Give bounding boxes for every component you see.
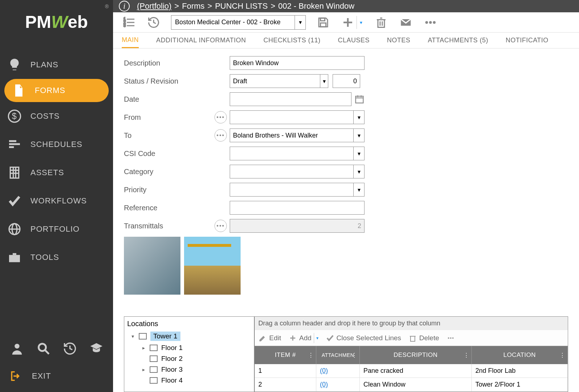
check-icon [7, 194, 22, 208]
more-icon[interactable] [423, 15, 438, 30]
svg-point-36 [433, 21, 436, 24]
from-options-button[interactable]: ••• [214, 111, 227, 123]
more-button[interactable] [446, 334, 455, 342]
column-menu-icon[interactable]: ⋮ [308, 352, 314, 359]
user-icon[interactable] [10, 341, 24, 356]
add-icon[interactable] [341, 15, 355, 30]
table-row[interactable]: 2 (0) Clean Window Tower 2/Floor 1 [255, 378, 568, 392]
delete-icon[interactable] [374, 15, 388, 30]
tab-clauses[interactable]: CLAUSES [338, 33, 370, 48]
category-input[interactable] [230, 165, 353, 178]
close-lines-button[interactable]: Close Selected Lines [326, 334, 401, 342]
priority-select[interactable] [230, 183, 365, 197]
exit-button[interactable]: EXIT [0, 363, 113, 392]
column-item[interactable]: ITEM #⋮ [255, 346, 316, 364]
expand-icon[interactable]: ▸ [142, 367, 147, 372]
chevron-down-icon[interactable] [353, 165, 364, 178]
tab-notifications[interactable]: NOTIFICATIO [505, 33, 548, 48]
expand-icon[interactable]: ▸ [142, 345, 147, 351]
delete-button[interactable]: Delete [408, 334, 439, 342]
attachment-link[interactable]: (0) [320, 367, 328, 375]
to-select[interactable] [230, 128, 365, 142]
chevron-down-icon[interactable] [320, 75, 328, 88]
from-select[interactable] [230, 110, 365, 124]
chevron-down-icon[interactable] [316, 336, 318, 341]
sidebar-item-forms[interactable]: FORMS [4, 79, 109, 102]
save-icon[interactable] [316, 15, 330, 30]
chevron-down-icon[interactable] [353, 129, 364, 142]
logo-eb: eb [68, 12, 88, 31]
svg-point-35 [429, 21, 432, 24]
chevron-down-icon[interactable] [358, 20, 364, 25]
priority-input[interactable] [230, 183, 353, 196]
column-description[interactable]: DESCRIPTION⋮ [360, 346, 472, 364]
sidebar-bottom-icons [0, 334, 113, 363]
description-input[interactable] [230, 56, 365, 70]
sidebar-item-assets[interactable]: ASSETS [0, 159, 113, 187]
edit-button[interactable]: Edit [258, 334, 281, 342]
add-button[interactable]: Add [288, 334, 312, 342]
tree-node-floor3[interactable]: ▸ Floor 3 [138, 364, 251, 375]
chevron-down-icon[interactable] [353, 183, 364, 196]
sidebar-item-schedules[interactable]: SCHEDULES [0, 130, 113, 159]
transmittals-options-button[interactable]: ••• [214, 220, 227, 232]
history-icon[interactable] [146, 15, 161, 30]
sidebar-item-workflows[interactable]: WORKFLOWS [0, 187, 113, 215]
group-by-bar[interactable]: Drag a column header and drop it here to… [255, 317, 568, 330]
revision-input[interactable] [333, 74, 360, 88]
tree-node-floor1[interactable]: ▸ Floor 1 [138, 342, 251, 353]
button-label: Add [299, 334, 312, 342]
chevron-down-icon[interactable] [353, 111, 364, 124]
status-select[interactable] [230, 74, 328, 88]
csi-input[interactable] [230, 147, 353, 160]
svg-point-45 [448, 337, 449, 339]
csi-select[interactable] [230, 147, 365, 160]
button-label: Edit [269, 334, 281, 342]
thumbnail-hvac[interactable] [124, 237, 180, 295]
column-menu-icon[interactable]: ⋮ [463, 352, 470, 359]
chevron-down-icon[interactable] [295, 16, 305, 29]
column-location[interactable]: LOCATION⋮ [472, 346, 568, 364]
record-selector-input[interactable] [171, 16, 295, 29]
date-input[interactable] [230, 92, 351, 106]
svg-rect-28 [378, 20, 384, 27]
tab-additional-info[interactable]: ADDITIONAL INFORMATION [156, 33, 246, 48]
tab-checklists[interactable]: CHECKLISTS (11) [263, 33, 321, 48]
collapse-icon[interactable]: ▾ [132, 333, 137, 339]
record-selector[interactable] [171, 15, 306, 30]
column-menu-icon[interactable]: ⋮ [559, 352, 566, 359]
reference-input[interactable] [230, 201, 365, 215]
thumbnail-crane[interactable] [184, 237, 241, 295]
tree-node-floor4[interactable]: Floor 4 [138, 375, 251, 386]
tab-notes[interactable]: NOTES [387, 33, 411, 48]
history-icon[interactable] [63, 341, 77, 356]
tab-main[interactable]: MAIN [122, 33, 139, 48]
to-options-button[interactable]: ••• [214, 129, 227, 142]
add-split-button[interactable] [341, 15, 364, 30]
sidebar-item-plans[interactable]: PLANS [0, 51, 113, 79]
add-split-button[interactable]: Add [288, 333, 318, 343]
list-view-icon[interactable]: 123 [122, 15, 136, 30]
column-attachments[interactable]: ATTACHMEN⋮ [316, 346, 360, 364]
tree-node-tower1[interactable]: ▾ Tower 1 [127, 330, 251, 342]
calendar-icon[interactable] [354, 94, 365, 104]
status-input[interactable] [230, 75, 320, 88]
graduation-icon[interactable] [89, 341, 104, 356]
tab-attachments[interactable]: ATTACHMENTS (5) [428, 33, 488, 48]
info-icon[interactable]: i [119, 1, 130, 12]
email-icon[interactable] [399, 15, 413, 30]
column-menu-icon[interactable]: ⋮ [351, 352, 358, 359]
sidebar-item-costs[interactable]: $ COSTS [0, 102, 113, 130]
sidebar-item-tools[interactable]: TOOLS [0, 243, 113, 271]
search-icon[interactable] [36, 341, 51, 356]
sidebar-item-portfolio[interactable]: PORTFOLIO [0, 215, 113, 243]
breadcrumb-portfolio[interactable]: (Portfolio) [137, 1, 171, 11]
tree-node-floor2[interactable]: Floor 2 [138, 353, 251, 364]
svg-rect-25 [321, 23, 326, 27]
chevron-down-icon[interactable] [353, 147, 364, 160]
table-row[interactable]: 1 (0) Pane cracked 2nd Floor Lab [255, 364, 568, 378]
category-select[interactable] [230, 165, 365, 178]
from-input[interactable] [230, 111, 353, 124]
attachment-link[interactable]: (0) [320, 381, 328, 388]
to-input[interactable] [230, 129, 353, 142]
